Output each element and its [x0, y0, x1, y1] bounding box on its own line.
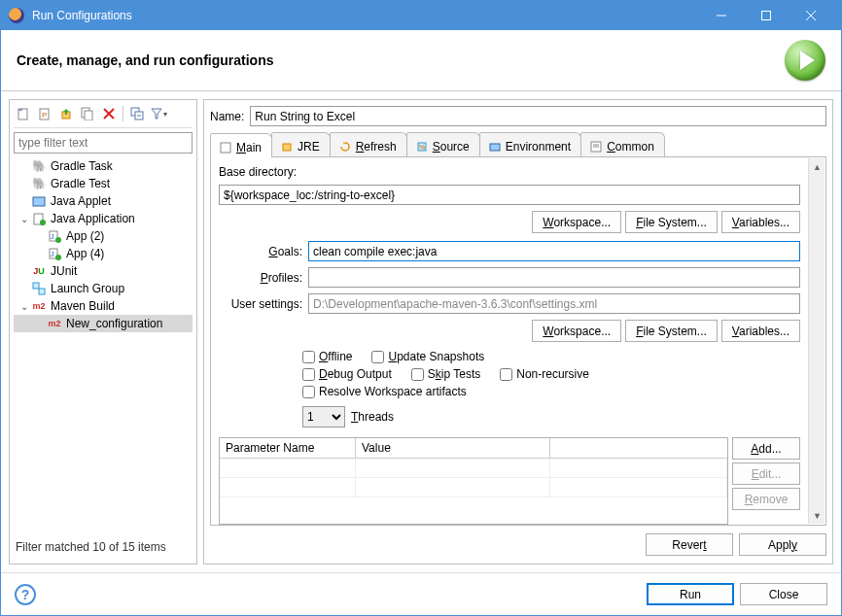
- close-window-button[interactable]: [789, 1, 833, 30]
- svg-rect-28: [283, 144, 291, 151]
- svg-rect-25: [33, 283, 39, 289]
- resolve-workspace-check[interactable]: Resolve Workspace artifacts: [302, 385, 467, 398]
- tree-item-new-configuration[interactable]: m2New_configuration: [14, 315, 193, 332]
- col-extra[interactable]: [550, 438, 727, 458]
- tree-toolbar: P ▾: [14, 104, 193, 128]
- vertical-scrollbar[interactable]: ▲▼: [808, 158, 824, 524]
- tab-source[interactable]: %Source: [406, 132, 480, 156]
- svg-text:J: J: [51, 233, 54, 240]
- variables-button-2[interactable]: Variables...: [721, 320, 800, 342]
- filesystem-button-1[interactable]: File System...: [625, 211, 718, 233]
- window-titlebar: Run Configurations: [1, 1, 841, 30]
- maven-icon: m2: [47, 316, 62, 331]
- launch-group-icon: [31, 281, 47, 296]
- tab-jre[interactable]: JRE: [271, 132, 331, 156]
- svg-rect-10: [85, 111, 92, 120]
- svg-text:J: J: [51, 251, 54, 257]
- common-tab-icon: [589, 140, 603, 154]
- run-icon: [785, 40, 825, 81]
- window-title: Run Configurations: [32, 9, 699, 22]
- profiles-label: Profiles:: [219, 271, 302, 285]
- param-edit-button[interactable]: Edit...: [732, 462, 800, 485]
- dialog-footer: ? Run Close: [1, 572, 841, 615]
- tree-filter-input[interactable]: [14, 132, 193, 154]
- filesystem-button-2[interactable]: File System...: [625, 320, 718, 342]
- base-dir-label: Base directory:: [219, 165, 297, 179]
- refresh-tab-icon: [338, 140, 352, 154]
- tree-item-junit[interactable]: JUJUnit: [14, 262, 193, 280]
- config-tree-pane: P ▾ 🐘Gradle Task 🐘Gradle Test Java Apple…: [9, 99, 197, 565]
- tree-item-app-2[interactable]: JApp (2): [14, 227, 193, 245]
- variables-button-1[interactable]: Variables...: [721, 211, 800, 233]
- expand-toggle[interactable]: ⌄: [18, 214, 31, 224]
- col-value[interactable]: Value: [356, 438, 550, 458]
- goals-input[interactable]: [308, 241, 800, 261]
- revert-button[interactable]: Revert: [646, 533, 733, 556]
- non-recursive-check[interactable]: Non-recursive: [500, 367, 589, 381]
- new-prototype-button[interactable]: P: [35, 104, 54, 123]
- svg-point-18: [40, 220, 46, 225]
- javaapp-icon: [31, 211, 47, 226]
- skip-tests-check[interactable]: Skip Tests: [411, 367, 480, 381]
- help-icon[interactable]: ?: [15, 584, 36, 605]
- export-button[interactable]: [56, 104, 76, 123]
- expand-toggle[interactable]: ⌄: [18, 301, 31, 312]
- svg-rect-31: [490, 144, 500, 151]
- jre-tab-icon: [280, 140, 294, 154]
- dialog-headline: Create, manage, and run configurations: [17, 52, 785, 68]
- svg-rect-27: [221, 143, 230, 153]
- filter-match-status: Filter matched 10 of 15 items: [14, 534, 193, 560]
- tree-item-app-4[interactable]: JApp (4): [14, 245, 193, 262]
- tree-item-java-applet[interactable]: Java Applet: [14, 192, 193, 210]
- base-dir-input[interactable]: [219, 185, 800, 205]
- apply-button[interactable]: Apply: [739, 533, 826, 556]
- svg-text:%: %: [419, 144, 425, 151]
- usersettings-input[interactable]: [308, 293, 800, 314]
- tab-common[interactable]: Common: [580, 132, 665, 156]
- minimize-button[interactable]: [699, 1, 744, 30]
- param-remove-button[interactable]: Remove: [732, 488, 800, 510]
- update-snapshots-check[interactable]: Update Snapshots: [371, 350, 484, 363]
- applet-icon: [31, 193, 47, 209]
- tree-item-launch-group[interactable]: Launch Group: [14, 280, 193, 297]
- config-editor-pane: Name: Main JRE Refresh %Source Environme…: [203, 99, 833, 565]
- table-row[interactable]: [220, 459, 727, 478]
- workspace-button-1[interactable]: Workspace...: [532, 211, 621, 233]
- threads-label: Threads: [351, 410, 394, 424]
- profiles-input[interactable]: [308, 267, 800, 288]
- svg-point-21: [55, 237, 61, 243]
- config-name-input[interactable]: [250, 106, 826, 126]
- debug-output-check[interactable]: Debug Output: [302, 367, 392, 381]
- junit-icon: JU: [31, 263, 47, 279]
- filter-button[interactable]: ▾: [149, 104, 168, 123]
- close-button[interactable]: Close: [740, 583, 827, 605]
- param-add-button[interactable]: Add...: [732, 437, 800, 460]
- threads-select[interactable]: 1: [302, 406, 345, 428]
- tab-environment[interactable]: Environment: [479, 132, 581, 156]
- run-button[interactable]: Run: [647, 583, 734, 605]
- tree-item-maven-build[interactable]: ⌄m2Maven Build: [14, 297, 193, 315]
- config-tree[interactable]: 🐘Gradle Task 🐘Gradle Test Java Applet ⌄J…: [14, 157, 193, 534]
- offline-check[interactable]: Offline: [302, 350, 352, 363]
- svg-rect-26: [39, 289, 45, 294]
- collapse-all-button[interactable]: [127, 104, 147, 123]
- tree-item-gradle-test[interactable]: 🐘Gradle Test: [14, 175, 193, 192]
- tab-refresh[interactable]: Refresh: [330, 132, 407, 156]
- tree-item-gradle-task[interactable]: 🐘Gradle Task: [14, 157, 193, 175]
- tab-main[interactable]: Main: [210, 133, 272, 157]
- svg-rect-1: [762, 12, 771, 20]
- eclipse-icon: [9, 8, 24, 23]
- duplicate-button[interactable]: [78, 104, 97, 123]
- new-config-button[interactable]: [14, 104, 33, 123]
- workspace-button-2[interactable]: Workspace...: [532, 320, 621, 342]
- svg-point-24: [55, 255, 61, 260]
- tree-item-java-application[interactable]: ⌄Java Application: [14, 210, 193, 227]
- col-parameter-name[interactable]: Parameter Name: [220, 438, 356, 458]
- table-row[interactable]: [220, 478, 727, 497]
- maximize-button[interactable]: [744, 1, 789, 30]
- parameters-table[interactable]: Parameter Name Value: [219, 437, 728, 525]
- gradle-icon: 🐘: [31, 158, 47, 174]
- javaapp-run-icon: J: [47, 228, 62, 244]
- svg-text:P: P: [42, 111, 47, 120]
- delete-button[interactable]: [99, 104, 119, 123]
